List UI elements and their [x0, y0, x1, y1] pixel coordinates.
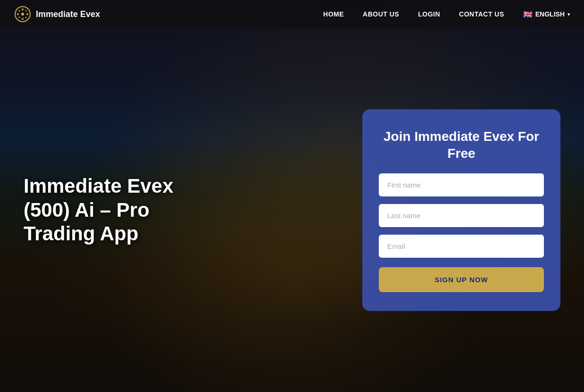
email-input[interactable]: [379, 235, 544, 258]
registration-card: Join Immediate Evex For Free SIGN UP NOW: [362, 109, 560, 311]
nav-item-home[interactable]: HOME: [323, 10, 344, 18]
nav-language-selector[interactable]: 🇬🇧 ENGLISH ▾: [523, 10, 570, 19]
language-dropdown[interactable]: 🇬🇧 ENGLISH ▾: [523, 10, 570, 19]
hero-text-block: Immediate Evex (500) Ai – Pro Trading Ap…: [24, 174, 222, 245]
nav-link-contact[interactable]: CONTACT US: [459, 10, 504, 18]
language-label: ENGLISH: [535, 10, 565, 18]
hero-section: Immediate Evex (500) Ai – Pro Trading Ap…: [0, 28, 584, 392]
chevron-down-icon: ▾: [567, 12, 570, 17]
svg-point-3: [22, 18, 24, 20]
first-name-input[interactable]: [379, 173, 544, 196]
registration-card-title: Join Immediate Evex For Free: [379, 128, 544, 163]
nav-item-about[interactable]: ABOUT US: [363, 10, 399, 18]
svg-point-6: [19, 10, 20, 12]
nav-link-home[interactable]: HOME: [323, 10, 344, 18]
last-name-input[interactable]: [379, 204, 544, 227]
logo[interactable]: Immediate Evex: [14, 6, 100, 23]
signup-button[interactable]: SIGN UP NOW: [379, 267, 544, 292]
svg-point-7: [25, 17, 27, 18]
brand-name: Immediate Evex: [36, 9, 100, 19]
svg-point-1: [21, 13, 24, 16]
flag-icon: 🇬🇧: [523, 10, 533, 19]
navbar: Immediate Evex HOME ABOUT US LOGIN CONTA…: [0, 0, 584, 28]
svg-point-4: [17, 13, 19, 15]
nav-link-about[interactable]: ABOUT US: [363, 10, 399, 18]
nav-links: HOME ABOUT US LOGIN CONTACT US 🇬🇧 ENGLIS…: [323, 10, 570, 19]
logo-icon: [14, 6, 31, 23]
svg-point-2: [22, 8, 24, 10]
nav-item-contact[interactable]: CONTACT US: [459, 10, 504, 18]
svg-point-9: [19, 17, 20, 18]
hero-title: Immediate Evex (500) Ai – Pro Trading Ap…: [24, 174, 222, 245]
nav-item-login[interactable]: LOGIN: [418, 10, 440, 18]
svg-point-8: [25, 10, 27, 12]
nav-link-login[interactable]: LOGIN: [418, 10, 440, 18]
svg-point-5: [26, 13, 28, 15]
